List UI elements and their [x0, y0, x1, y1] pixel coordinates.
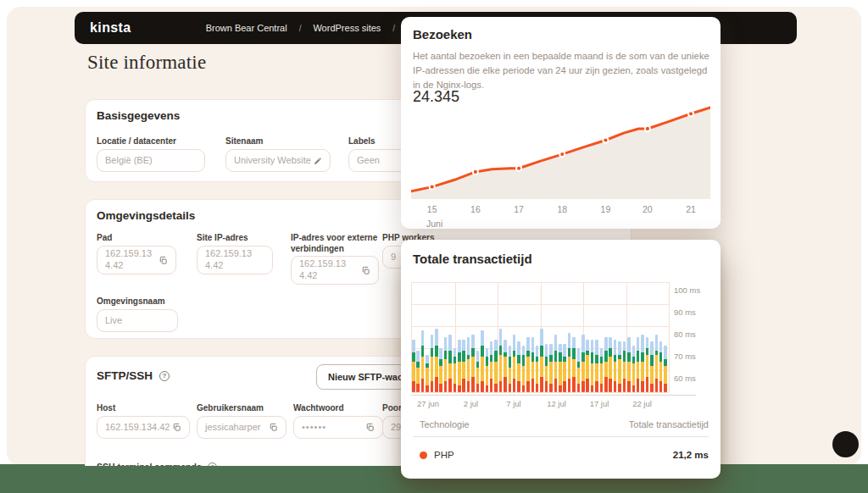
stacked-bar[interactable]	[509, 346, 512, 392]
chat-bubble-button[interactable]	[832, 431, 859, 457]
gebruikersnaam-field[interactable]: jessicaharper	[197, 416, 287, 439]
locatie-field[interactable]: België (BE)	[97, 149, 205, 172]
kinsta-logo[interactable]: kinsta	[90, 20, 131, 36]
stacked-bar[interactable]	[568, 333, 571, 392]
stacked-bar[interactable]	[563, 344, 566, 392]
stacked-bar[interactable]	[536, 346, 539, 392]
stacked-bar[interactable]	[416, 351, 420, 392]
stacked-bar[interactable]	[650, 341, 654, 392]
stacked-bar[interactable]	[604, 337, 608, 392]
stacked-bar[interactable]	[439, 348, 442, 392]
stacked-bar[interactable]	[614, 340, 617, 392]
stacked-bar[interactable]	[559, 344, 562, 392]
stacked-bar[interactable]	[517, 341, 520, 392]
bar-segment-orange	[664, 384, 667, 392]
stacked-bar[interactable]	[435, 329, 438, 392]
stacked-bar[interactable]	[623, 341, 626, 392]
help-icon[interactable]: ?	[159, 371, 170, 381]
stacked-bar[interactable]	[637, 337, 640, 392]
bar-segment-orange	[462, 379, 465, 392]
stacked-bar[interactable]	[467, 337, 470, 392]
bar-segment-yellow	[591, 363, 594, 385]
legend-row-php[interactable]: PHP 21,2 ms	[420, 450, 709, 460]
stacked-bar[interactable]	[453, 348, 457, 392]
bar-x-label: 27 jun	[417, 399, 439, 408]
stacked-bar[interactable]	[531, 337, 535, 392]
stacked-bar[interactable]	[458, 340, 461, 392]
bar-segment-green	[604, 351, 608, 362]
bar-segment-blue	[513, 335, 516, 350]
stacked-bar[interactable]	[494, 340, 498, 392]
copy-icon[interactable]	[361, 266, 370, 275]
stacked-bar[interactable]	[462, 340, 465, 392]
stacked-bar[interactable]	[659, 341, 663, 392]
omgevingsnaam-value: Live	[105, 315, 122, 327]
copy-icon[interactable]	[159, 256, 168, 265]
stacked-bar[interactable]	[627, 337, 631, 392]
stacked-bar[interactable]	[655, 335, 659, 392]
site-ip-field[interactable]: 162.159.134.42	[197, 246, 273, 274]
bar-segment-yellow	[595, 363, 598, 381]
stacked-bar[interactable]	[526, 337, 530, 392]
stacked-bar[interactable]	[595, 340, 598, 392]
stacked-bar[interactable]	[554, 335, 558, 392]
edit-icon[interactable]	[314, 157, 322, 165]
pad-field[interactable]: 162.159.134.42	[97, 246, 176, 274]
stacked-bar[interactable]	[609, 337, 612, 392]
stacked-bar[interactable]	[545, 344, 548, 392]
copy-icon[interactable]	[269, 423, 278, 432]
bar-segment-green	[439, 359, 442, 366]
stacked-bar[interactable]	[513, 335, 516, 392]
stacked-bar[interactable]	[572, 337, 576, 392]
stacked-bar[interactable]	[426, 355, 429, 392]
bar-segment-orange	[435, 377, 438, 392]
extern-ip-field[interactable]: 162.159.134.42	[291, 256, 379, 285]
bar-segment-yellow	[444, 359, 448, 381]
stacked-bar[interactable]	[540, 329, 543, 392]
stacked-bar[interactable]	[586, 340, 589, 392]
bar-segment-blue	[655, 335, 659, 350]
stacked-bar[interactable]	[577, 348, 581, 392]
stacked-bar[interactable]	[641, 335, 644, 392]
stacked-bar[interactable]	[490, 341, 493, 392]
stacked-bar[interactable]	[421, 330, 425, 392]
stacked-bar[interactable]	[549, 344, 553, 392]
stacked-bar[interactable]	[646, 337, 649, 392]
pad-label: Pad	[97, 232, 112, 243]
stacked-bar[interactable]	[581, 335, 585, 392]
bezoeken-description: Het aantal bezoeken in een bepaalde maan…	[413, 49, 711, 92]
bar-segment-yellow	[431, 357, 434, 381]
stacked-bar[interactable]	[664, 346, 667, 392]
help-icon[interactable]: ?	[208, 463, 217, 466]
stacked-bar[interactable]	[632, 346, 636, 392]
stacked-bar[interactable]	[486, 348, 489, 392]
bar-segment-blue	[618, 341, 621, 355]
stacked-bar[interactable]	[499, 329, 503, 392]
stacked-bar[interactable]	[600, 348, 604, 392]
wachtwoord-label: Wachtwoord	[293, 402, 344, 413]
copy-icon[interactable]	[172, 423, 181, 432]
stacked-bar[interactable]	[522, 346, 526, 392]
copy-icon[interactable]	[365, 423, 375, 432]
stacked-bar[interactable]	[448, 335, 452, 392]
line-x-tick: 19	[601, 204, 611, 214]
stacked-bar[interactable]	[431, 335, 434, 392]
omgevingsnaam-field[interactable]: Live	[97, 309, 178, 332]
stacked-bar[interactable]	[618, 341, 621, 392]
bar-segment-blue	[458, 340, 461, 353]
bar-segment-blue	[632, 346, 636, 357]
stacked-bar[interactable]	[591, 340, 594, 392]
stacked-bar[interactable]	[471, 335, 475, 392]
bar-segment-yellow	[623, 362, 626, 379]
stacked-bar[interactable]	[444, 337, 448, 392]
stacked-bar[interactable]	[476, 351, 480, 392]
stacked-bar[interactable]	[412, 340, 415, 392]
stacked-bar[interactable]	[504, 340, 507, 392]
breadcrumb-item[interactable]: WordPress sites	[313, 23, 381, 33]
breadcrumb-item[interactable]: Brown Bear Central	[206, 23, 287, 33]
stacked-bar[interactable]	[481, 330, 484, 392]
sitenaam-field[interactable]: University Website	[225, 149, 331, 172]
host-field[interactable]: 162.159.134.42	[97, 416, 190, 439]
wachtwoord-field[interactable]: ••••••	[293, 416, 383, 439]
bar-segment-orange	[637, 379, 640, 392]
